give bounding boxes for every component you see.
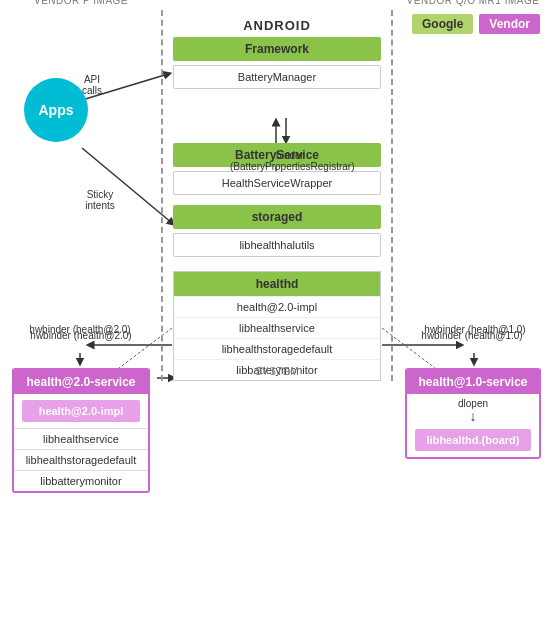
storaged-box: storaged xyxy=(173,205,381,229)
health20-service-header: health@2.0-service xyxy=(14,370,148,394)
health20-impl-item: health@2.0-impl xyxy=(22,400,140,422)
health20-service-container: health@2.0-service health@2.0-impl libhe… xyxy=(6,368,156,493)
healthd-item1: health@2.0-impl xyxy=(174,296,380,317)
legend-vendor: Vendor xyxy=(479,14,540,34)
hwbinder-left-overlay: hwbinder (health@2.0) xyxy=(6,324,154,335)
libhealthd-board-item: libhealthd.(board) xyxy=(415,429,531,451)
libhealthhalutils-box: libhealthhalutils xyxy=(173,233,381,257)
svg-text:intents: intents xyxy=(85,200,114,211)
legend-google: Google xyxy=(412,14,473,34)
health10-service-container: health@1.0-service dlopen ↓ libhealthd.(… xyxy=(399,368,547,459)
legend: Google Vendor xyxy=(412,14,540,34)
dlopen-label: dlopen xyxy=(407,394,539,409)
binder-label: binder (BatteryPropertiesRegistrar) xyxy=(230,150,350,172)
healthd-item2: libhealthservice xyxy=(174,317,380,338)
svg-line-0 xyxy=(82,74,168,100)
battery-manager-box: BatteryManager xyxy=(173,65,381,89)
hwbinder-right-overlay: hwbinder (health@1.0) xyxy=(400,324,550,335)
svg-text:Sticky: Sticky xyxy=(87,189,114,200)
health10-service-header: health@1.0-service xyxy=(407,370,539,394)
svg-line-7 xyxy=(82,148,172,223)
diagram-container: Google Vendor API calls binder (BatteryP… xyxy=(0,0,554,626)
libhealthservice-left: libhealthservice xyxy=(14,428,148,449)
android-label: ANDROID xyxy=(163,10,391,37)
libbatterymonitor-left: libbatterymonitor xyxy=(14,470,148,491)
center-column: ANDROID Framework BatteryManager Battery… xyxy=(161,10,393,381)
vendor-p-label: VENDOR P IMAGE xyxy=(6,0,156,6)
healthd-container: healthd health@2.0-impl libhealthservice… xyxy=(173,271,381,381)
healthd-item3: libhealthstoragedefault xyxy=(174,338,380,359)
libhealthstoragedefault-left: libhealthstoragedefault xyxy=(14,449,148,470)
apps-circle: Apps xyxy=(24,78,88,142)
healthd-header: healthd xyxy=(174,272,380,296)
vendor-qo-label: VENDOR Q/O MR1 IMAGE xyxy=(397,0,549,6)
svg-text:API: API xyxy=(84,74,100,85)
system-label: SYSTEM xyxy=(163,366,391,377)
framework-box: Framework xyxy=(173,37,381,61)
svg-text:calls: calls xyxy=(82,85,102,96)
health-service-wrapper-box: HealthServiceWrapper xyxy=(173,171,381,195)
